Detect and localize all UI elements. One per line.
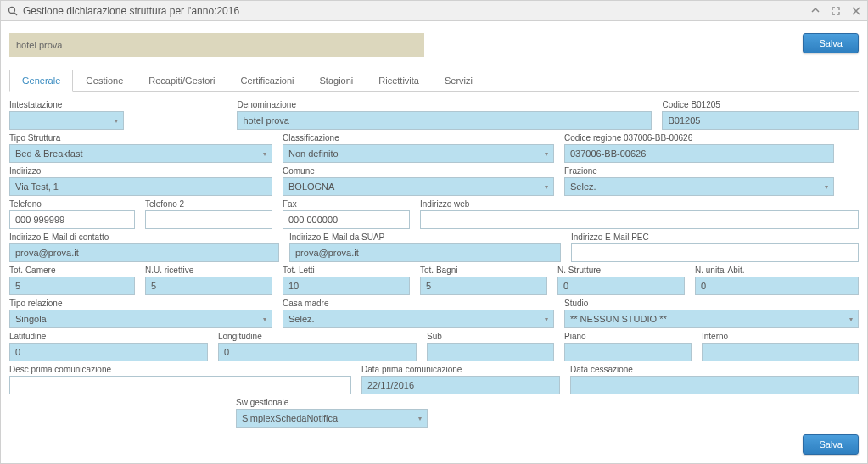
tab-gestione[interactable]: Gestione xyxy=(73,70,136,92)
input-sub[interactable] xyxy=(427,343,554,361)
label-studio: Studio xyxy=(564,299,859,308)
dialog-window: Gestione dichiarazione struttura per l'a… xyxy=(0,0,868,464)
label-nu-ricettive: N.U. ricettive xyxy=(145,266,272,275)
input-email-contatto[interactable] xyxy=(9,243,279,262)
input-tot-camere[interactable] xyxy=(9,277,135,295)
input-web[interactable] xyxy=(420,210,859,229)
input-latitudine[interactable] xyxy=(9,343,208,361)
label-tot-letti: Tot. Letti xyxy=(283,266,410,275)
select-frazione[interactable]: Selez. xyxy=(564,177,834,196)
search-icon xyxy=(8,6,18,16)
input-email-suap[interactable] xyxy=(289,243,561,262)
save-button-top[interactable]: Salva xyxy=(803,33,859,53)
input-email-pec[interactable] xyxy=(571,243,859,262)
label-comune: Comune xyxy=(283,166,554,176)
label-desc-prima: Desc prima comunicazione xyxy=(9,365,351,374)
label-casa-madre: Casa madre xyxy=(283,299,554,308)
label-tipo-struttura: Tipo Struttura xyxy=(9,133,272,143)
input-tot-letti[interactable] xyxy=(283,277,410,295)
label-tot-bagni: Tot. Bagni xyxy=(420,266,547,275)
svg-point-0 xyxy=(9,7,15,13)
select-studio[interactable]: ** NESSUN STUDIO ** xyxy=(564,310,859,328)
tab-servizi[interactable]: Servizi xyxy=(432,70,485,92)
input-data-prima[interactable] xyxy=(361,376,560,394)
content: hotel prova Salva Generale Gestione Reca… xyxy=(1,21,867,463)
tab-ricettivita[interactable]: Ricettivita xyxy=(366,70,432,92)
label-email-contatto: Indirizzo E-Mail di contatto xyxy=(9,232,279,242)
input-denominazione[interactable] xyxy=(237,111,652,130)
label-tot-camere: Tot. Camere xyxy=(9,266,135,275)
label-indirizzo: Indirizzo xyxy=(9,166,272,176)
structure-name-banner: hotel prova xyxy=(9,33,424,57)
label-fax: Fax xyxy=(283,199,410,209)
label-n-unita-abit: N. unita' Abit. xyxy=(695,266,859,275)
input-codice-b[interactable] xyxy=(662,111,859,130)
label-tipo-relazione: Tipo relazione xyxy=(9,299,272,308)
label-telefono: Telefono xyxy=(9,199,135,209)
tab-stagioni[interactable]: Stagioni xyxy=(307,70,367,92)
label-piano: Piano xyxy=(564,332,692,341)
tabs: Generale Gestione Recapiti/Gestori Certi… xyxy=(9,69,859,92)
label-denominazione: Denominazione xyxy=(237,100,652,109)
input-fax[interactable] xyxy=(283,210,410,229)
input-data-cessazione[interactable] xyxy=(570,376,859,394)
form-generale: Intestatazione Denominazione Codice B012… xyxy=(9,100,859,428)
select-sw-gestionale[interactable]: SimplexSchedaNotifica xyxy=(236,409,428,428)
input-telefono2[interactable] xyxy=(145,210,272,229)
label-n-strutture: N. Strutture xyxy=(557,266,685,275)
select-tipo-struttura[interactable]: Bed & Breakfast xyxy=(9,144,272,163)
input-indirizzo[interactable] xyxy=(9,177,272,196)
label-email-suap: Indirizzo E-Mail da SUAP xyxy=(289,232,561,242)
tab-generale[interactable]: Generale xyxy=(9,70,73,92)
label-data-cessazione: Data cessazione xyxy=(570,365,859,374)
input-codice-regione[interactable] xyxy=(564,144,834,163)
label-telefono2: Telefono 2 xyxy=(145,199,272,209)
svg-line-1 xyxy=(14,13,17,15)
save-button-bottom[interactable]: Salva xyxy=(803,434,859,455)
label-classificazione: Classificazione xyxy=(283,133,554,143)
label-sw-gestionale: Sw gestionale xyxy=(236,398,428,407)
input-nu-ricettive[interactable] xyxy=(145,277,272,295)
label-codice-b: Codice B01205 xyxy=(662,100,859,109)
header-row: hotel prova Salva xyxy=(9,33,859,57)
select-comune[interactable]: BOLOGNA xyxy=(283,177,554,196)
close-icon[interactable] xyxy=(852,7,860,15)
select-intestatazione[interactable] xyxy=(9,111,124,130)
minimize-icon[interactable] xyxy=(811,7,820,15)
label-longitudine: Longitudine xyxy=(218,332,417,341)
input-interno[interactable] xyxy=(702,343,859,361)
label-data-prima: Data prima comunicazione xyxy=(361,365,560,374)
input-telefono[interactable] xyxy=(9,210,135,229)
label-sub: Sub xyxy=(427,332,554,341)
titlebar: Gestione dichiarazione struttura per l'a… xyxy=(1,1,867,21)
select-classificazione[interactable]: Non definito xyxy=(283,144,554,163)
maximize-icon[interactable] xyxy=(832,7,840,15)
input-desc-prima[interactable] xyxy=(9,376,351,394)
window-actions xyxy=(811,7,860,15)
label-email-pec: Indirizzo E-Mail PEC xyxy=(571,232,859,242)
input-longitudine[interactable] xyxy=(218,343,417,361)
select-tipo-relazione[interactable]: Singola xyxy=(9,310,272,328)
label-interno: Interno xyxy=(702,332,859,341)
label-web: Indirizzo web xyxy=(420,199,859,209)
tab-certificazioni[interactable]: Certificazioni xyxy=(228,70,307,92)
tab-recapiti[interactable]: Recapiti/Gestori xyxy=(136,70,227,92)
input-n-strutture[interactable] xyxy=(557,277,685,295)
label-codice-regione: Codice regione 037006-BB-00626 xyxy=(564,133,834,143)
footer: Salva xyxy=(9,434,859,455)
select-casa-madre[interactable]: Selez. xyxy=(283,310,554,328)
input-tot-bagni[interactable] xyxy=(420,277,547,295)
label-latitudine: Latitudine xyxy=(9,332,208,341)
input-n-unita-abit[interactable] xyxy=(695,277,859,295)
window-title: Gestione dichiarazione struttura per l'a… xyxy=(23,5,811,17)
label-frazione: Frazione xyxy=(564,166,834,176)
input-piano[interactable] xyxy=(564,343,692,361)
label-intestatazione: Intestatazione xyxy=(9,100,124,109)
